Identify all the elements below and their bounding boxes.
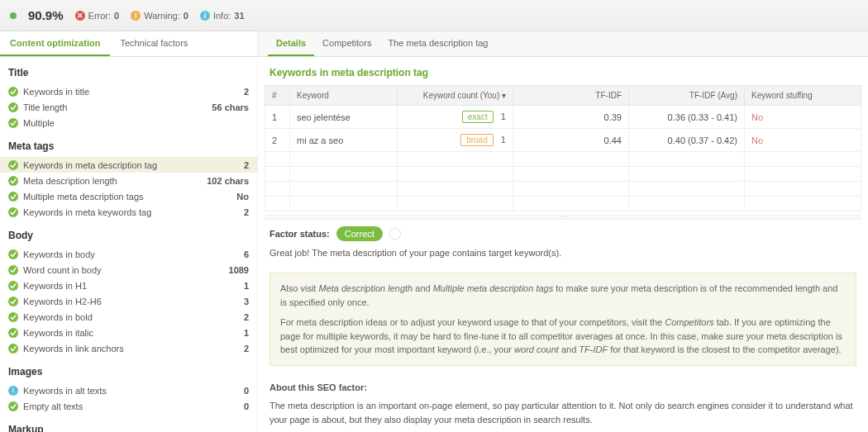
group-title: Markup xyxy=(0,414,257,432)
sidebar: Content optimization Technical factors T… xyxy=(0,31,258,432)
check-icon xyxy=(8,87,18,97)
item-value: 2 xyxy=(244,344,249,354)
sidebar-item[interactable]: Multiple tags</span><span class="val" da… xyxy=(0,115,257,131)
col-num[interactable]: # xyxy=(265,86,290,106)
section-title: Keywords in meta description tag xyxy=(258,57,868,85)
tab-technical-factors[interactable]: Technical factors xyxy=(110,31,198,56)
check-icon xyxy=(8,265,18,275)
group-title: Title xyxy=(0,57,257,83)
sidebar-item[interactable]: Word count in body1089 xyxy=(0,262,257,278)
item-value: 56 chars xyxy=(212,102,249,112)
sidebar-item[interactable]: Title length56 chars xyxy=(0,99,257,115)
main-tabs: Details Competitors The meta description… xyxy=(258,31,868,57)
keywords-table: # Keyword Keyword count (You) ▾ TF-IDF T… xyxy=(265,85,861,211)
item-value: 0 xyxy=(244,401,249,411)
sidebar-item[interactable]: Keywords in meta keywords tag2 xyxy=(0,204,257,220)
tab-details[interactable]: Details xyxy=(268,31,314,56)
status-message: Great job! The meta description of your … xyxy=(258,248,868,266)
sidebar-item[interactable]: Keywords in body6 xyxy=(0,246,257,262)
item-label: Multiple meta description tags xyxy=(23,192,236,202)
item-value: 2 xyxy=(244,87,249,97)
check-icon xyxy=(8,192,18,202)
match-tag: exact xyxy=(462,111,494,123)
item-value: 1 xyxy=(244,328,249,338)
sidebar-item[interactable]: Keywords in H2-H63 xyxy=(0,293,257,309)
table-row[interactable]: 1seo jelentéseexact 10.390.36 (0.33 - 0.… xyxy=(265,106,861,129)
table-row-empty xyxy=(265,167,861,182)
check-icon xyxy=(8,281,18,291)
group-title: Images xyxy=(0,356,257,382)
warning-pill[interactable]: !Warning: 0 xyxy=(131,11,188,21)
refresh-icon[interactable] xyxy=(389,228,401,240)
info-pill[interactable]: iInfo: 31 xyxy=(200,11,245,21)
check-icon xyxy=(8,102,18,112)
col-tfidf-avg[interactable]: TF-IDF (Avg) xyxy=(629,86,745,106)
sidebar-item[interactable]: Empty alt texts0 xyxy=(0,398,257,414)
item-label: Keywords in meta keywords tag xyxy=(23,207,244,217)
item-label: Keywords in italic xyxy=(23,328,244,338)
table-row-empty xyxy=(265,197,861,211)
sidebar-item[interactable]: Keywords in link anchors2 xyxy=(0,340,257,356)
col-keyword[interactable]: Keyword xyxy=(290,86,398,106)
sidebar-item[interactable]: Multiple meta description tagsNo xyxy=(0,188,257,204)
error-pill[interactable]: ✕Error: 0 xyxy=(75,11,120,21)
item-value: 1 xyxy=(244,281,249,291)
recommendation-note: Also visit Meta description length and M… xyxy=(269,273,856,366)
item-label: Keywords in link anchors xyxy=(23,344,244,354)
info-icon: i xyxy=(200,11,210,21)
check-icon xyxy=(8,207,18,217)
sidebar-item[interactable]: Keywords in bold2 xyxy=(0,309,257,325)
item-label: Keywords in bold xyxy=(23,312,244,322)
top-bar: 90.9% ✕Error: 0 !Warning: 0 iInfo: 31 xyxy=(0,0,868,31)
about-section: About this SEO factor: The meta descript… xyxy=(258,373,868,433)
sidebar-item[interactable]: Keywords in italic1 xyxy=(0,325,257,340)
item-value: No xyxy=(236,192,249,202)
table-row[interactable]: 2mi az a seobroad 10.440.40 (0.37 - 0.42… xyxy=(265,129,861,152)
item-label: Word count in body xyxy=(23,265,229,275)
item-label: Keywords in H1 xyxy=(23,281,244,291)
item-value: 6 xyxy=(244,249,249,259)
check-icon xyxy=(8,118,18,128)
item-label: Keywords in title xyxy=(23,87,244,97)
main-panel: Details Competitors The meta description… xyxy=(258,31,868,432)
check-icon xyxy=(8,249,18,259)
match-tag: broad xyxy=(460,134,494,146)
item-label: Keywords in H2-H6 xyxy=(23,297,244,306)
item-value: 2 xyxy=(244,207,249,217)
factor-status-label: Factor status: xyxy=(269,229,330,239)
table-row-empty xyxy=(265,182,861,197)
tab-meta-description-tag[interactable]: The meta description tag xyxy=(379,31,496,56)
warning-icon: ! xyxy=(131,11,141,21)
item-label: Keywords in alt texts xyxy=(23,386,244,396)
item-value: 2 xyxy=(244,160,249,170)
item-label: Multiple tags</span><span class="val" da… xyxy=(23,118,249,128)
group-title: Meta tags xyxy=(0,131,257,157)
score-percent: 90.9% xyxy=(28,8,64,22)
tab-competitors[interactable]: Competitors xyxy=(314,31,379,56)
tab-content-optimization[interactable]: Content optimization xyxy=(0,31,110,56)
factor-status-badge: Correct xyxy=(336,226,383,241)
sidebar-tabs: Content optimization Technical factors xyxy=(0,31,257,57)
col-tfidf[interactable]: TF-IDF xyxy=(513,86,629,106)
check-icon xyxy=(8,344,18,354)
sidebar-item[interactable]: Keywords in title2 xyxy=(0,83,257,99)
sidebar-item[interactable]: Keywords in meta description tag2 xyxy=(0,157,257,173)
item-value: 3 xyxy=(244,297,249,306)
col-count[interactable]: Keyword count (You) ▾ xyxy=(398,86,513,106)
col-stuffing[interactable]: Keyword stuffing xyxy=(745,86,861,106)
check-icon xyxy=(8,312,18,322)
about-heading: About this SEO factor: xyxy=(269,381,856,395)
check-icon xyxy=(8,176,18,186)
sidebar-item[interactable]: iKeywords in alt texts0 xyxy=(0,382,257,398)
item-value: 1089 xyxy=(229,265,249,275)
item-value: 2 xyxy=(244,312,249,322)
item-label: Title length xyxy=(23,102,212,112)
sidebar-item[interactable]: Meta description length102 chars xyxy=(0,173,257,188)
error-icon: ✕ xyxy=(75,11,85,21)
check-icon xyxy=(8,160,18,170)
item-label: Empty alt texts xyxy=(23,401,244,411)
sidebar-item[interactable]: Keywords in H11 xyxy=(0,278,257,293)
item-value: 102 chars xyxy=(207,176,249,186)
status-dot xyxy=(10,12,17,19)
table-row-empty xyxy=(265,152,861,167)
